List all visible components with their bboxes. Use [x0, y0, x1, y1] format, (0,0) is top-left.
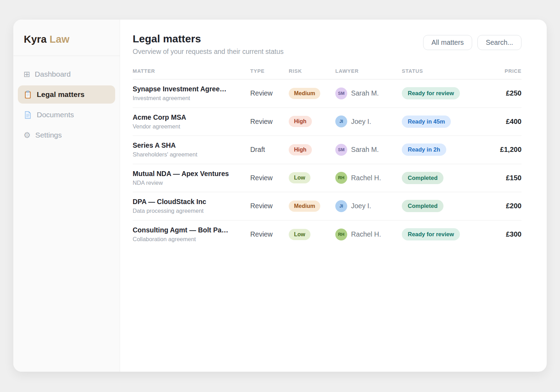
- lawyer-name: Rachel H.: [351, 174, 381, 182]
- page-subtitle: Overview of your requests and their curr…: [133, 48, 284, 56]
- lawyer-name: Rachel H.: [351, 230, 381, 238]
- table-row[interactable]: Acme Corp MSA Vendor agreement Review Hi…: [133, 108, 522, 136]
- matter-title: Series A SHA: [133, 141, 245, 149]
- lawyer-avatar: RH: [335, 229, 347, 240]
- matter-subtitle: Collaboration agreement: [133, 236, 250, 243]
- status-badge: Completed: [402, 200, 443, 212]
- matter-type: Review: [250, 174, 289, 182]
- column-header-matter: MATTER: [133, 68, 250, 74]
- matter-subtitle: Data processing agreement: [133, 208, 250, 214]
- matter-title: Synapse Investment Agree…: [133, 85, 245, 93]
- status-badge: Ready in 2h: [402, 144, 446, 156]
- main-content: Legal matters Overview of your requests …: [120, 20, 547, 372]
- matter-price: £150: [497, 174, 522, 182]
- risk-badge: High: [289, 144, 312, 155]
- matters-table: MATTER TYPE RISK LAWYER STATUS PRICE Syn…: [133, 68, 522, 248]
- sidebar-item-legal-matters[interactable]: Legal matters: [18, 85, 115, 104]
- lawyer-avatar: SM: [335, 144, 347, 156]
- table-body: Synapse Investment Agree… Investment agr…: [133, 79, 522, 248]
- lawyer-avatar: SM: [335, 88, 347, 99]
- table-row[interactable]: Series A SHA Shareholders' agreement Dra…: [133, 136, 522, 164]
- lawyer-name: Joey I.: [351, 118, 371, 126]
- status-badge: Ready for review: [402, 87, 460, 99]
- matter-title: Mutual NDA — Apex Ventures: [133, 170, 245, 178]
- document-icon: [23, 111, 32, 119]
- status-badge: Completed: [402, 172, 443, 184]
- risk-badge: High: [289, 116, 312, 127]
- sidebar-item-label: Dashboard: [35, 70, 71, 78]
- header-actions: All matters Search...: [423, 35, 522, 50]
- matter-price: £250: [497, 89, 522, 97]
- matter-price: £400: [497, 118, 522, 126]
- sidebar-item-documents[interactable]: Documents: [18, 106, 115, 124]
- sidebar-item-label: Legal matters: [37, 90, 85, 99]
- dashboard-grid-icon: ⊞: [23, 70, 30, 78]
- column-header-lawyer: LAWYER: [335, 68, 402, 74]
- matter-type: Draft: [250, 146, 289, 154]
- table-row[interactable]: Synapse Investment Agree… Investment agr…: [133, 79, 522, 108]
- brand-logo: Kyra Law: [13, 20, 120, 56]
- column-header-price: PRICE: [497, 68, 522, 74]
- matter-price: £200: [497, 202, 522, 210]
- search-button[interactable]: Search...: [477, 35, 522, 50]
- sidebar-item-settings[interactable]: ⚙ Settings: [18, 126, 115, 144]
- table-header-row: MATTER TYPE RISK LAWYER STATUS PRICE: [133, 68, 522, 79]
- lawyer-avatar: JI: [335, 200, 347, 212]
- matter-subtitle: Investment agreement: [133, 95, 250, 102]
- column-header-type: TYPE: [250, 68, 289, 74]
- sidebar-item-label: Documents: [37, 111, 74, 119]
- lawyer-avatar: JI: [335, 115, 347, 127]
- risk-badge: Medium: [289, 88, 320, 99]
- brand-name-secondary: Law: [50, 34, 70, 45]
- lawyer-name: Sarah M.: [351, 146, 379, 154]
- status-badge: Ready in 45m: [402, 115, 451, 128]
- lawyer-avatar: RH: [335, 172, 347, 184]
- page-title: Legal matters: [133, 33, 284, 45]
- sidebar: Kyra Law ⊞ Dashboard: [13, 20, 120, 372]
- gear-icon: ⚙: [23, 131, 31, 139]
- clipboard-icon: [23, 90, 32, 99]
- page-header: Legal matters Overview of your requests …: [133, 33, 522, 56]
- lawyer-name: Joey I.: [351, 202, 371, 210]
- app-window: Kyra Law ⊞ Dashboard: [13, 20, 547, 372]
- matter-type: Review: [250, 89, 289, 97]
- matter-type: Review: [250, 230, 289, 238]
- matter-type: Review: [250, 118, 289, 126]
- lawyer-name: Sarah M.: [351, 89, 379, 97]
- matter-type: Review: [250, 202, 289, 210]
- sidebar-divider: [13, 56, 120, 56]
- column-header-risk: RISK: [289, 68, 335, 74]
- matter-title: DPA — CloudStack Inc: [133, 198, 245, 206]
- risk-badge: Low: [289, 229, 310, 240]
- sidebar-item-label: Settings: [35, 131, 62, 139]
- brand-name-primary: Kyra: [24, 34, 47, 45]
- table-row[interactable]: Mutual NDA — Apex Ventures NDA review Re…: [133, 164, 522, 192]
- all-matters-button[interactable]: All matters: [423, 35, 472, 50]
- matter-subtitle: NDA review: [133, 180, 250, 186]
- table-row[interactable]: Consulting Agmt — Bolt Pa… Collaboration…: [133, 220, 522, 249]
- column-header-status: STATUS: [402, 68, 497, 74]
- matter-subtitle: Shareholders' agreement: [133, 151, 250, 158]
- status-badge: Ready for review: [402, 228, 460, 240]
- matter-subtitle: Vendor agreement: [133, 123, 250, 130]
- matter-price: £1,200: [497, 146, 522, 154]
- sidebar-item-dashboard[interactable]: ⊞ Dashboard: [18, 65, 115, 83]
- matter-price: £300: [497, 230, 522, 238]
- table-row[interactable]: DPA — CloudStack Inc Data processing agr…: [133, 192, 522, 220]
- risk-badge: Medium: [289, 201, 320, 212]
- matter-title: Acme Corp MSA: [133, 113, 245, 121]
- risk-badge: Low: [289, 172, 310, 183]
- matter-title: Consulting Agmt — Bolt Pa…: [133, 226, 245, 234]
- sidebar-nav: ⊞ Dashboard Legal matters: [13, 65, 120, 144]
